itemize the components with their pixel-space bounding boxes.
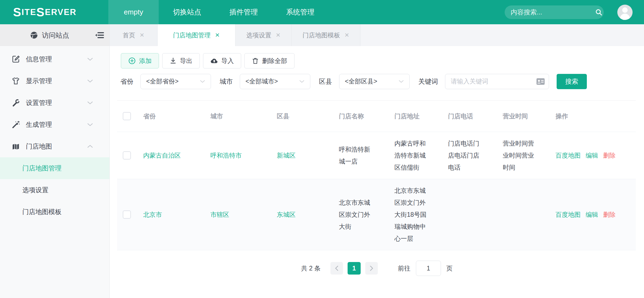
sidebar-subitem-option-settings[interactable]: 选项设置 — [0, 179, 109, 201]
nav-item-switch-site[interactable]: 切换站点 — [159, 0, 215, 24]
province-link[interactable]: 北京市 — [143, 211, 162, 218]
col-header-actions: 操作 — [556, 105, 636, 128]
top-nav: empty 切换站点 插件管理 系统管理 — [108, 0, 329, 24]
district-link[interactable]: 东城区 — [277, 211, 296, 218]
contact-card-icon[interactable] — [536, 78, 545, 85]
close-icon[interactable]: ✕ — [345, 32, 349, 38]
chevron-down-icon — [87, 101, 93, 104]
goto-page: 前往 页 — [398, 261, 453, 276]
row-checkbox[interactable] — [123, 151, 131, 159]
sidebar-item-store-map[interactable]: 门店地图 — [0, 136, 109, 157]
tab-store-map-template[interactable]: 门店地图模板 ✕ — [292, 24, 361, 46]
goto-label: 前往 — [398, 264, 410, 273]
tab-bar: 首页 ✕ 门店地图管理 ✕ 选项设置 ✕ 门店地图模板 ✕ — [110, 24, 644, 46]
keyword-label: 关键词 — [418, 77, 438, 86]
chevron-down-icon — [87, 58, 93, 61]
nav-item-plugins[interactable]: 插件管理 — [215, 0, 272, 24]
site-logo: SITESERVER — [0, 0, 108, 24]
content-search-box[interactable] — [505, 5, 604, 19]
visit-site-button[interactable]: 访问站点 — [0, 24, 109, 46]
province-link[interactable]: 内蒙古自治区 — [143, 152, 181, 159]
total-count: 共 2 条 — [301, 264, 321, 273]
sidebar-menu: 信息管理 显示管理 — [0, 48, 109, 223]
keyword-input[interactable] — [451, 78, 536, 85]
prev-page-button[interactable] — [330, 262, 343, 275]
sidebar-item-info-management[interactable]: 信息管理 — [0, 48, 109, 70]
row-checkbox[interactable] — [123, 210, 131, 219]
select-all-checkbox[interactable] — [123, 112, 131, 120]
table-row: 北京市 市辖区 东城区 北京市东城区崇文门外大街 北京市东城区崇文门外大街18号… — [117, 179, 636, 250]
magic-wand-icon — [12, 121, 20, 129]
globe-icon — [30, 31, 38, 39]
close-icon[interactable]: ✕ — [140, 32, 145, 38]
col-header-store-name: 门店名称 — [339, 105, 394, 128]
search-button[interactable]: 搜索 — [557, 74, 587, 89]
select-chevron-icon — [200, 80, 205, 83]
business-hours: 营业时间营业时间营业时间 — [503, 132, 556, 179]
city-link[interactable]: 市辖区 — [210, 211, 229, 218]
main-content: 添加 导出 导入 删除全 — [110, 46, 644, 298]
chevron-down-icon — [87, 79, 93, 83]
tab-home[interactable]: 首页 ✕ — [110, 24, 158, 46]
close-icon[interactable]: ✕ — [276, 32, 281, 38]
import-button[interactable]: 导入 — [203, 53, 241, 68]
business-hours — [503, 209, 556, 220]
baidu-map-link[interactable]: 百度地图 — [556, 152, 581, 159]
tab-store-map-management[interactable]: 门店地图管理 ✕ — [158, 24, 235, 46]
top-header: SITESERVER empty 切换站点 插件管理 系统管理 — [0, 0, 644, 24]
nav-item-current-site[interactable]: empty — [108, 0, 159, 24]
goto-page-input[interactable] — [416, 261, 441, 276]
delete-all-button[interactable]: 删除全部 — [244, 53, 295, 68]
district-link[interactable]: 新城区 — [277, 152, 296, 159]
store-address: 内蒙古呼和浩特市新城区信儒街 — [394, 132, 448, 179]
filter-bar: 省份 <全部省份> 城市 <全部城市> 区县 <全部区县> 关键词 — [120, 74, 644, 89]
delete-link[interactable]: 删除 — [603, 152, 616, 159]
city-label: 城市 — [220, 77, 233, 86]
sidebar-subitem-store-map-management[interactable]: 门店地图管理 — [0, 157, 109, 179]
trash-icon — [252, 57, 259, 64]
close-icon[interactable]: ✕ — [215, 32, 220, 38]
city-select[interactable]: <全部城市> — [240, 74, 310, 89]
district-select[interactable]: <全部区县> — [339, 74, 410, 89]
store-table: 省份 城市 区县 门店名称 门店地址 门店电话 营业时间 操作 内蒙古自治区 呼… — [117, 100, 636, 250]
tshirt-icon — [12, 77, 20, 85]
store-name: 北京市东城区崇文门外大街 — [339, 191, 394, 238]
search-icon[interactable] — [595, 8, 603, 16]
table-header-row: 省份 城市 区县 门店名称 门店地址 门店电话 营业时间 操作 — [117, 100, 636, 132]
col-header-store-address: 门店地址 — [394, 105, 448, 128]
province-select[interactable]: <全部省份> — [140, 74, 211, 89]
page-unit-label: 页 — [446, 264, 453, 273]
user-avatar[interactable] — [617, 5, 633, 20]
next-page-button[interactable] — [365, 262, 378, 275]
prev-icon — [335, 266, 339, 271]
edit-icon — [12, 55, 20, 63]
logo-text: S — [13, 5, 22, 19]
current-page[interactable]: 1 — [348, 262, 361, 275]
pagination: 共 2 条 1 前往 页 — [110, 261, 644, 276]
add-button[interactable]: 添加 — [121, 53, 159, 68]
store-phone — [448, 209, 503, 220]
sidebar-item-generate-management[interactable]: 生成管理 — [0, 114, 109, 136]
edit-link[interactable]: 编辑 — [585, 152, 598, 159]
tab-option-settings[interactable]: 选项设置 ✕ — [235, 24, 292, 46]
menu-fold-icon[interactable] — [95, 31, 104, 39]
city-link[interactable]: 呼和浩特市 — [210, 152, 242, 159]
sidebar-item-settings-management[interactable]: 设置管理 — [0, 92, 109, 114]
col-header-province: 省份 — [143, 105, 210, 128]
content-search-input[interactable] — [511, 8, 595, 16]
sidebar-item-display-management[interactable]: 显示管理 — [0, 70, 109, 92]
sidebar-subitem-store-map-template[interactable]: 门店地图模板 — [0, 201, 109, 223]
col-header-business-hours: 营业时间 — [503, 105, 556, 128]
delete-link[interactable]: 删除 — [603, 211, 616, 218]
district-label: 区县 — [319, 77, 332, 86]
download-icon — [170, 57, 177, 64]
row-actions: 百度地图 编辑 删除 — [556, 144, 636, 167]
keyword-input-box — [445, 74, 549, 89]
wrench-icon — [12, 99, 20, 107]
baidu-map-link[interactable]: 百度地图 — [556, 211, 581, 218]
edit-link[interactable]: 编辑 — [585, 211, 598, 218]
store-address: 北京市东城区崇文门外大街18号国瑞城购物中心一层 — [394, 179, 448, 250]
visit-site-label: 访问站点 — [42, 31, 69, 40]
export-button[interactable]: 导出 — [162, 53, 200, 68]
nav-item-system[interactable]: 系统管理 — [272, 0, 329, 24]
